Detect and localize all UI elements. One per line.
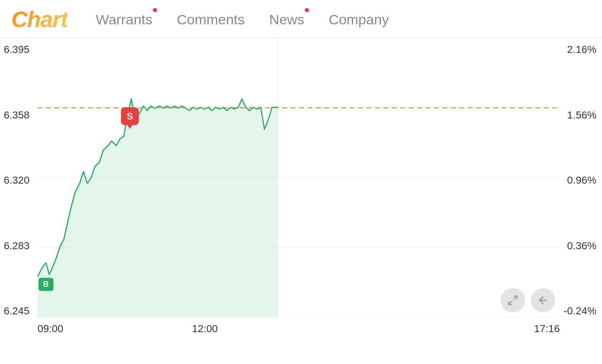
- nav-label-company: Company: [329, 12, 389, 27]
- y-label-right-4: -0.24%: [560, 305, 596, 317]
- header: Chart Warrants Comments News Company: [0, 0, 602, 38]
- nav-dot-warrants: [153, 8, 157, 12]
- y-label-right-1: 1.56%: [560, 109, 596, 121]
- brand-title[interactable]: Chart: [11, 8, 68, 31]
- y-axis-right: 2.16% 1.56% 0.96% 0.36% -0.24%: [560, 38, 602, 338]
- back-icon: [537, 295, 549, 306]
- y-label-3: 6.283: [4, 240, 34, 252]
- s-marker[interactable]: S: [121, 107, 139, 125]
- nav-item-company[interactable]: Company: [329, 10, 389, 30]
- svg-line-8: [509, 301, 512, 305]
- expand-icon: [507, 295, 519, 306]
- x-axis: 09:00 12:00 17:16: [38, 317, 560, 338]
- s-badge: S: [121, 107, 139, 125]
- nav-label-warrants: Warrants: [96, 12, 152, 27]
- chart-svg-area[interactable]: [38, 38, 560, 317]
- y-label-0: 6.395: [4, 44, 34, 56]
- b-marker[interactable]: B: [38, 278, 53, 291]
- y-label-2: 6.320: [4, 174, 34, 186]
- y-label-4: 6.245: [4, 305, 34, 317]
- chart-container: 6.395 6.358 6.320 6.283 6.245 2.16% 1.56…: [0, 38, 602, 338]
- y-label-right-3: 0.36%: [560, 240, 596, 252]
- x-label-2: 17:16: [534, 323, 560, 335]
- nav-item-comments[interactable]: Comments: [177, 10, 245, 30]
- y-label-1: 6.358: [4, 109, 34, 121]
- nav-bar: Warrants Comments News Company: [96, 10, 389, 30]
- x-label-1: 12:00: [192, 323, 218, 335]
- back-button[interactable]: [531, 288, 555, 312]
- y-axis-left: 6.395 6.358 6.320 6.283 6.245: [0, 38, 38, 338]
- y-label-right-2: 0.96%: [560, 174, 596, 186]
- expand-button[interactable]: [501, 288, 525, 312]
- nav-label-news: News: [269, 12, 304, 27]
- y-label-right-0: 2.16%: [560, 44, 596, 56]
- nav-item-news[interactable]: News: [269, 10, 304, 30]
- svg-line-7: [514, 296, 517, 299]
- nav-item-warrants[interactable]: Warrants: [96, 10, 152, 30]
- chart-controls: [501, 288, 555, 312]
- x-label-0: 09:00: [38, 323, 63, 335]
- nav-dot-news: [305, 8, 309, 12]
- nav-label-comments: Comments: [177, 12, 245, 27]
